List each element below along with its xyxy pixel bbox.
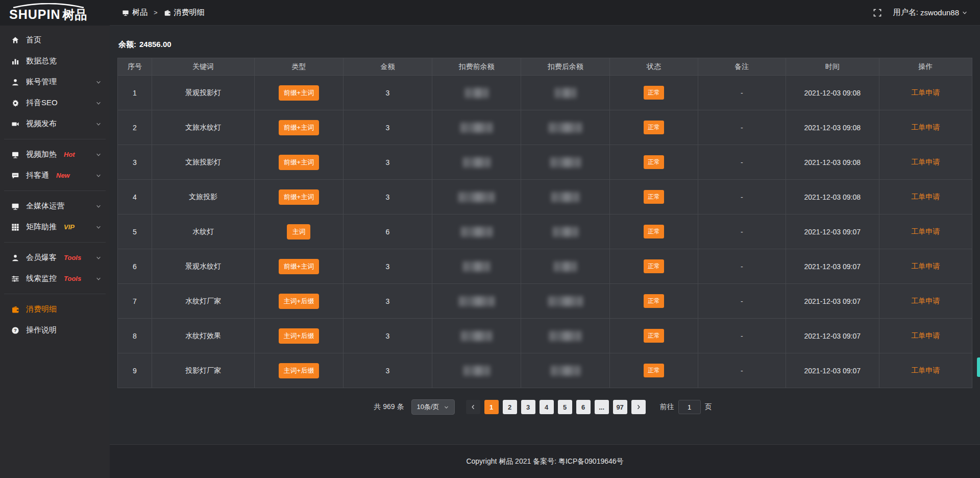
sidebar-item-data-overview[interactable]: 数据总览 (0, 51, 110, 71)
cell-remark: - (698, 319, 786, 353)
sidebar-item-home[interactable]: 首页 (0, 30, 110, 51)
cell-post-balance (521, 110, 610, 145)
cell-type: 前缀+主词 (254, 76, 343, 110)
user-icon (11, 78, 19, 86)
logo-text-en: SHUPIN (9, 7, 60, 21)
user-dropdown[interactable]: 用户名: zswodun88 (893, 8, 968, 17)
cell-index: 2 (118, 110, 152, 145)
sidebar-item-douyin-seo[interactable]: 抖音SEO (0, 92, 110, 113)
masked-value (550, 157, 581, 168)
work-order-link[interactable]: 工单申请 (911, 262, 940, 270)
jump-suffix: 页 (705, 402, 712, 412)
sidebar-item-video-heating[interactable]: 视频加热Hot (0, 144, 110, 165)
balance-label: 余额: (118, 40, 136, 49)
cell-remark: - (698, 284, 786, 319)
sidebar-item-label: 全媒体运营 (26, 201, 64, 211)
masked-value (463, 366, 490, 376)
work-order-link[interactable]: 工单申请 (911, 123, 940, 131)
cell-action: 工单申请 (879, 249, 972, 284)
column-header: 备注 (698, 58, 786, 76)
jump-prefix: 前往 (660, 402, 674, 412)
sidebar-item-video-publish[interactable]: 视频发布 (0, 113, 110, 134)
work-order-link[interactable]: 工单申请 (911, 366, 940, 374)
cell-time: 2021-12-03 09:07 (786, 319, 879, 353)
screen-icon (11, 151, 19, 159)
type-badge: 前缀+主词 (279, 259, 320, 274)
cell-post-balance (521, 353, 610, 388)
pagination-ellipsis[interactable]: ... (595, 400, 609, 414)
bar-chart-icon (11, 57, 19, 65)
status-badge: 正常 (644, 121, 664, 134)
work-order-link[interactable]: 工单申请 (911, 88, 940, 97)
page-button-2[interactable]: 2 (503, 400, 517, 414)
work-order-link[interactable]: 工单申请 (911, 331, 940, 340)
work-order-link[interactable]: 工单申请 (911, 193, 940, 201)
cell-pre-balance (432, 284, 521, 319)
chevron-down-icon (95, 100, 102, 106)
wallet-icon (11, 305, 19, 314)
cell-index: 8 (118, 319, 152, 353)
sidebar-item-label: 消费明细 (26, 304, 57, 314)
masked-value (549, 331, 581, 341)
cell-time: 2021-12-03 09:07 (786, 249, 879, 284)
breadcrumb-item-shupin[interactable]: 树品 (122, 8, 148, 17)
cell-action: 工单申请 (879, 110, 972, 145)
page-button-6[interactable]: 6 (576, 400, 591, 414)
breadcrumb-item-consumption-details[interactable]: 消费明细 (164, 8, 205, 17)
cell-index: 7 (118, 284, 152, 319)
cell-pre-balance (432, 76, 521, 110)
cell-action: 工单申请 (879, 214, 972, 249)
sidebar-item-operation-guide[interactable]: ?操作说明 (0, 320, 110, 341)
sidebar-item-account-management[interactable]: 账号管理 (0, 71, 110, 92)
sidebar-item-all-media-operation[interactable]: 全媒体运营 (0, 196, 110, 217)
cell-keyword: 文旅投影灯 (152, 145, 254, 180)
cell-type: 前缀+主词 (254, 110, 343, 145)
sidebar-item-lead-monitoring[interactable]: 线索监控Tools (0, 268, 110, 289)
next-page-button[interactable] (631, 400, 646, 414)
cell-type: 前缀+主词 (254, 180, 343, 214)
sidebar-item-label: 账号管理 (26, 77, 57, 87)
page-size-select[interactable]: 10条/页 (411, 399, 455, 415)
column-header: 扣费后余额 (521, 58, 610, 76)
status-badge: 正常 (644, 190, 664, 204)
prev-page-button[interactable] (466, 400, 480, 414)
page-button-4[interactable]: 4 (540, 400, 554, 414)
work-order-link[interactable]: 工单申请 (911, 158, 940, 166)
cell-status: 正常 (610, 145, 698, 180)
cell-pre-balance (432, 180, 521, 214)
sidebar-item-badge: Hot (64, 151, 75, 158)
cell-action: 工单申请 (879, 284, 972, 319)
cell-post-balance (521, 145, 610, 180)
cell-status: 正常 (610, 214, 698, 249)
masked-value (551, 366, 580, 376)
menu-divider (4, 139, 106, 139)
cell-time: 2021-12-03 09:07 (786, 284, 879, 319)
page-button-1[interactable]: 1 (484, 400, 499, 414)
cell-index: 6 (118, 249, 152, 284)
sidebar-item-matrix-boost[interactable]: 矩阵助推VIP (0, 217, 110, 237)
status-badge: 正常 (644, 259, 664, 273)
topbar: 树品 > 消费明细 用户名: zswodun88 (110, 0, 980, 26)
page-button-3[interactable]: 3 (521, 400, 535, 414)
work-order-link[interactable]: 工单申请 (911, 227, 940, 235)
column-header: 金额 (343, 58, 432, 76)
page-button-97[interactable]: 97 (613, 400, 627, 414)
sidebar-item-member-baoke[interactable]: 会员爆客Tools (0, 247, 110, 268)
fullscreen-icon[interactable] (873, 8, 882, 17)
page-button-5[interactable]: 5 (558, 400, 572, 414)
column-header: 扣费前余额 (432, 58, 521, 76)
cell-action: 工单申请 (879, 180, 972, 214)
status-badge: 正常 (644, 155, 664, 169)
cell-amount: 3 (343, 319, 432, 353)
masked-value (548, 296, 583, 306)
chat-icon (11, 172, 19, 180)
cell-amount: 3 (343, 249, 432, 284)
sidebar-item-doukertong[interactable]: 抖客通New (0, 165, 110, 186)
jump-page-input[interactable] (678, 400, 701, 414)
breadcrumb: 树品 > 消费明细 (122, 8, 205, 17)
floating-widget[interactable] (977, 357, 980, 377)
sidebar-item-consumption-details[interactable]: 消费明细 (0, 299, 110, 320)
work-order-link[interactable]: 工单申请 (911, 297, 940, 305)
balance: 余额:24856.00 (118, 40, 972, 50)
cell-remark: - (698, 145, 786, 180)
